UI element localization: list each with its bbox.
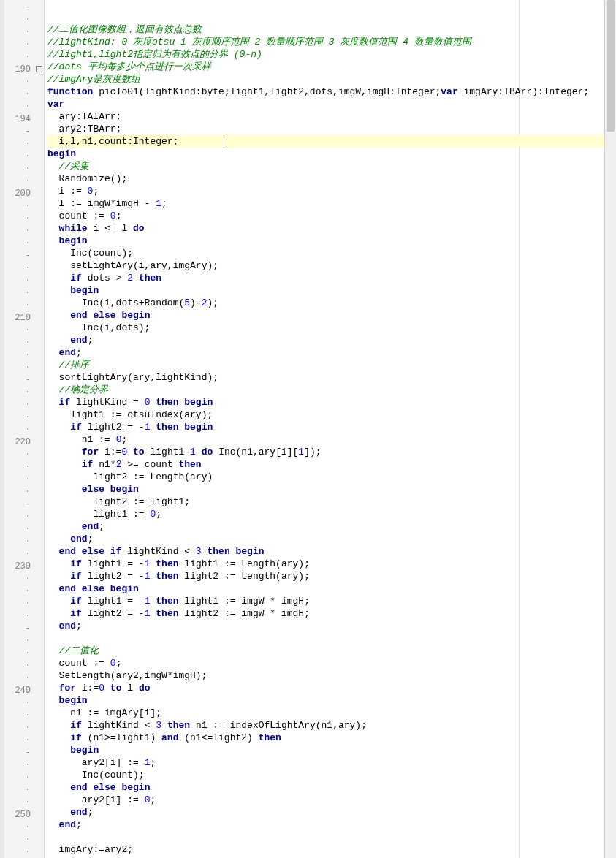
line-number[interactable]: · [4, 101, 31, 113]
fold-marker[interactable] [34, 51, 44, 64]
line-number[interactable]: · [4, 734, 31, 747]
code-line[interactable]: Inc(count); [47, 769, 604, 781]
fold-marker[interactable] [34, 672, 44, 685]
line-number[interactable]: · [4, 39, 31, 51]
fold-marker[interactable] [34, 697, 44, 710]
code-line[interactable]: l := imgW*imgH - 1; [47, 197, 604, 210]
fold-marker[interactable] [34, 573, 44, 585]
line-number[interactable]: 190 [4, 64, 31, 76]
line-number[interactable]: - [4, 623, 31, 635]
fold-marker[interactable] [34, 275, 44, 287]
line-number[interactable]: · [4, 275, 31, 287]
code-line[interactable]: end; [47, 346, 604, 359]
line-number[interactable]: · [4, 349, 31, 362]
line-number[interactable]: · [4, 51, 31, 64]
fold-marker[interactable] [34, 213, 44, 225]
line-number[interactable]: 250 [4, 809, 31, 821]
line-number[interactable]: · [4, 411, 31, 424]
fold-marker[interactable] [34, 300, 44, 312]
line-number[interactable]: - [4, 1, 31, 14]
code-line[interactable]: while i <= l do [47, 222, 604, 235]
code-line[interactable]: //lightKind: 0 灰度otsu 1 灰度顺序范围 2 数量顺序范围 … [47, 36, 604, 48]
line-number[interactable]: - [4, 374, 31, 387]
code-line[interactable]: count := 0; [47, 657, 604, 669]
code-line[interactable]: setLightAry(i,ary,imgAry); [47, 259, 604, 272]
fold-marker[interactable] [34, 200, 44, 213]
line-number[interactable]: · [4, 573, 31, 585]
fold-marker[interactable] [34, 312, 44, 324]
fold-marker[interactable] [34, 250, 44, 262]
line-number[interactable]: · [4, 548, 31, 561]
fold-marker[interactable] [34, 225, 44, 238]
line-number[interactable]: · [4, 461, 31, 474]
fold-column[interactable] [34, 0, 44, 858]
code-line[interactable]: ary2[i] := 1; [47, 756, 604, 769]
fold-marker[interactable] [34, 163, 44, 175]
fold-marker[interactable] [34, 536, 44, 548]
line-number[interactable]: · [4, 151, 31, 163]
fold-marker[interactable] [34, 362, 44, 374]
line-number-column[interactable]: -····190···194-····200····-····210····-·… [4, 0, 34, 858]
line-number[interactable]: · [4, 337, 31, 349]
line-number[interactable]: · [4, 474, 31, 486]
fold-marker[interactable] [34, 498, 44, 511]
line-number[interactable]: · [4, 660, 31, 672]
fold-marker[interactable] [34, 101, 44, 113]
line-number[interactable]: · [4, 511, 31, 523]
line-number[interactable]: · [4, 449, 31, 461]
fold-marker[interactable] [34, 399, 44, 411]
line-number[interactable]: · [4, 710, 31, 722]
fold-marker[interactable] [34, 76, 44, 88]
code-line[interactable]: end; [47, 806, 604, 819]
line-number[interactable]: · [4, 486, 31, 498]
fold-marker[interactable] [34, 337, 44, 349]
code-line[interactable]: if lightKind < 3 then n1 := indexOfLight… [47, 719, 604, 732]
fold-marker[interactable] [34, 449, 44, 461]
fold-marker[interactable] [34, 585, 44, 598]
line-number[interactable]: · [4, 163, 31, 175]
fold-marker[interactable] [34, 64, 44, 76]
line-number[interactable]: - [4, 747, 31, 759]
fold-marker[interactable] [34, 759, 44, 772]
fold-marker[interactable] [34, 1, 44, 14]
code-line[interactable]: ary:TAIArr; [47, 110, 604, 123]
code-line[interactable]: //采集 [47, 160, 604, 172]
code-line[interactable]: begin [47, 744, 604, 756]
line-number[interactable]: · [4, 722, 31, 734]
code-line[interactable]: end else begin [47, 309, 604, 322]
fold-marker[interactable] [34, 14, 44, 26]
fold-marker[interactable] [34, 685, 44, 697]
fold-marker[interactable] [34, 436, 44, 449]
code-line[interactable]: if light2 = -1 then light2 := Length(ary… [47, 570, 604, 582]
code-line[interactable]: light1 := 0; [47, 508, 604, 520]
fold-marker[interactable] [34, 411, 44, 424]
line-number[interactable]: · [4, 213, 31, 225]
line-number[interactable]: · [4, 610, 31, 623]
fold-marker[interactable] [34, 846, 44, 858]
code-line[interactable]: end else begin [47, 582, 604, 595]
code-line[interactable]: n1 := imgAry[i]; [47, 707, 604, 719]
code-line[interactable]: end; [47, 334, 604, 346]
line-number[interactable]: · [4, 14, 31, 26]
fold-marker[interactable] [34, 39, 44, 51]
scrollbar-thumb[interactable] [607, 0, 615, 132]
line-number[interactable]: · [4, 200, 31, 213]
fold-marker[interactable] [34, 26, 44, 39]
code-line[interactable]: if light1 = -1 then light1 := Length(ary… [47, 558, 604, 570]
line-number[interactable]: · [4, 598, 31, 610]
code-line[interactable]: end else begin [47, 781, 604, 794]
line-number[interactable]: · [4, 175, 31, 188]
code-line[interactable]: if light2 = -1 then begin [47, 421, 604, 433]
line-number[interactable]: · [4, 387, 31, 399]
code-line[interactable]: //light1,light2指定归为有效点的分界 (0-n) [47, 48, 604, 61]
fold-marker[interactable] [34, 151, 44, 163]
code-line[interactable]: begin [47, 235, 604, 247]
line-number[interactable]: · [4, 262, 31, 275]
code-line[interactable]: if (n1>=light1) and (n1<=light2) then [47, 732, 604, 744]
code-line[interactable]: else begin [47, 483, 604, 496]
line-number[interactable]: · [4, 287, 31, 300]
fold-marker[interactable] [34, 387, 44, 399]
fold-marker[interactable] [34, 648, 44, 660]
code-line[interactable]: if light1 = -1 then light1 := imgW * img… [47, 595, 604, 607]
code-line[interactable]: //二值化图像数组，返回有效点总数 [47, 23, 604, 36]
